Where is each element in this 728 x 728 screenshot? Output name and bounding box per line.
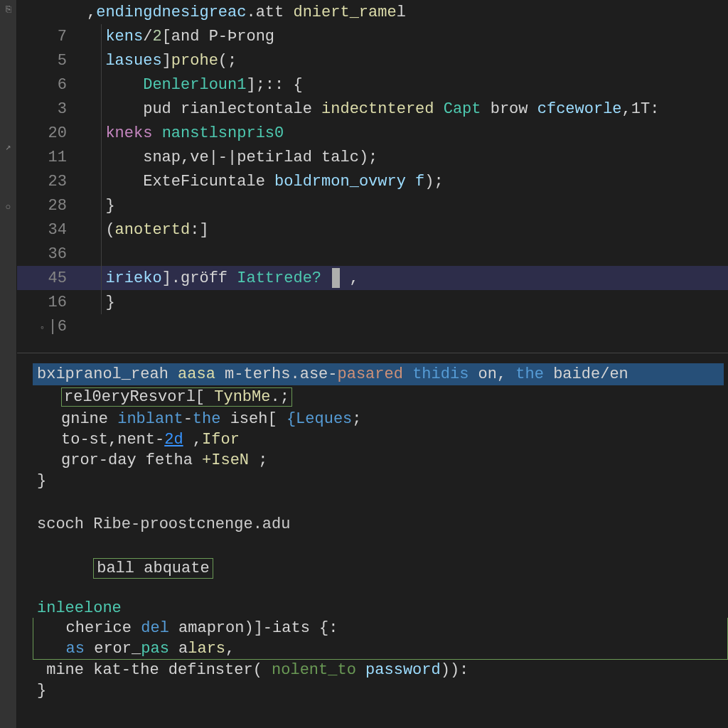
suggestion-row[interactable]: rel0eryResvorl[ TynbMe.; [33,385,728,409]
code-content[interactable]: ExteFicuntale boldrmon_ovwry f); [81,173,728,191]
suggestion-header[interactable]: bxipranol_reah aasa m-terhs.ase-pasared … [33,363,724,385]
line-number: 23 [17,173,81,191]
terminal-line: inleelone [33,598,728,619]
dot-icon[interactable]: ○ [4,202,14,212]
fold-icon[interactable]: ◦ [39,322,45,333]
code-line[interactable]: 11 snap,ve|-|petirlad talc); [17,145,728,169]
suggestion-row[interactable]: gror-day fetha +IseN ; [33,450,728,471]
line-number: 5 [17,52,81,70]
code-content[interactable]: Denlerloun1];:: { [81,76,728,94]
suggestion-row[interactable]: to-st,nent-2d ,Ifor [33,429,728,450]
terminal-panel[interactable]: scoch Ribe-proostcnenge.adu ball abquate… [33,513,728,701]
activity-bar: ⎘ ↗ ○ [0,0,17,728]
code-editor[interactable]: ,endingdnesigreac.att dniert_ramel7 kens… [17,0,728,338]
code-content[interactable]: kens/2[and P-Þrong [81,28,728,46]
code-line[interactable]: 16 } [17,290,728,314]
line-number: 3 [17,100,81,118]
line-number: 7 [17,28,81,46]
code-line[interactable]: 36 [17,242,728,266]
suggestion-panel[interactable]: bxipranol_reah aasa m-terhs.ase-pasared … [33,363,728,491]
code-line[interactable]: ,endingdnesigreac.att dniert_ramel [17,0,728,24]
editor-main: ,endingdnesigreac.att dniert_ramel7 kens… [17,0,728,728]
code-line[interactable]: 28 } [17,193,728,218]
closing-brace: } [33,471,728,491]
code-content[interactable]: pud rianlectontale indectntered Capt bro… [81,100,728,118]
suggestion-row[interactable]: gnine inblant-the iseh[ {Leques; [33,409,728,429]
closing-brace: } [33,680,728,701]
terminal-line: ball abquate [33,539,728,598]
line-number: 11 [17,149,81,166]
code-content[interactable]: lasues]prohe(; [81,52,728,70]
text-cursor [332,268,340,288]
line-number: 6 [17,76,81,94]
code-line[interactable]: 23 ExteFicuntale boldrmon_ovwry f); [17,169,728,193]
code-content[interactable]: (anotertd:] [81,221,728,239]
code-line[interactable]: 20 kneks nanstlsnpris0 [17,121,728,145]
code-line[interactable]: 34 (anotertd:] [17,218,728,242]
code-content[interactable]: kneks nanstlsnpris0 [81,124,728,142]
panel-divider [17,353,728,353]
line-number: 45 [17,269,81,287]
code-line[interactable]: 3 pud rianlectontale indectntered Capt b… [17,97,728,121]
fold-line[interactable]: ◦|6 [17,314,728,338]
arrow-icon[interactable]: ↗ [4,142,14,152]
code-line[interactable]: 6 Denlerloun1];:: { [17,73,728,97]
code-line[interactable]: 7 kens/2[and P-Þrong [17,24,728,48]
line-number: 36 [17,245,81,263]
file-icon[interactable]: ⎘ [4,4,14,14]
code-content[interactable]: } [81,197,728,215]
code-content[interactable]: snap,ve|-|petirlad talc); [81,149,728,166]
line-number: 16 [17,294,81,311]
line-number: 28 [17,197,81,215]
line-number: 34 [17,221,81,239]
code-line[interactable]: 5 lasues]prohe(; [17,48,728,73]
code-content[interactable]: } [81,294,728,311]
code-content[interactable]: irieko].gröff Iattrede? , [81,268,728,288]
terminal-line: mine kat-the definster( nolent_to passwo… [33,660,728,680]
terminal-title: scoch Ribe-proostcnenge.adu [33,513,728,539]
code-line[interactable]: 45 irieko].gröff Iattrede? , [17,266,728,290]
code-content[interactable]: ,endingdnesigreac.att dniert_ramel [81,4,728,21]
terminal-line: as eror_pas alars, [33,638,727,659]
line-number: 20 [17,124,81,142]
terminal-line: cherice del amapron)]-iats {: [33,618,727,638]
